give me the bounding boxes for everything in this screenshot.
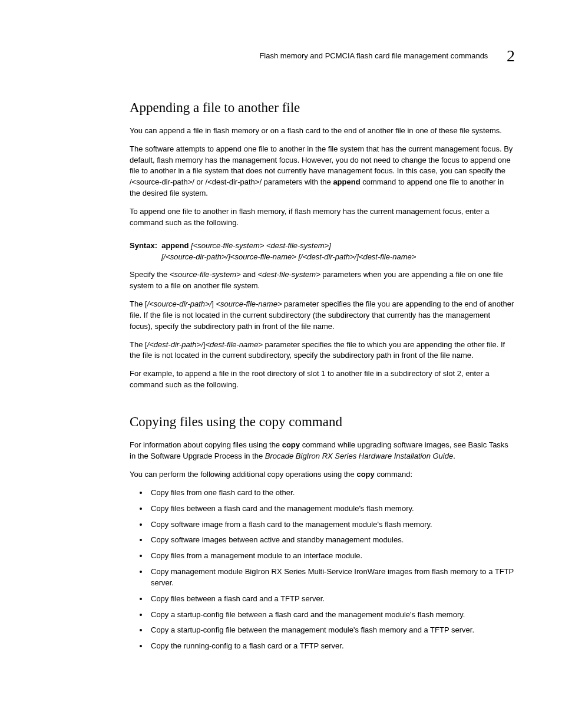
list-item: Copy a startup-config file between the m… (148, 625, 515, 636)
param: /<dest-dir-path>/ (147, 340, 203, 349)
list-item: Copy the running-config to a flash card … (148, 641, 515, 652)
list-item: Copy software images between active and … (148, 535, 515, 546)
text-run: command: (375, 470, 412, 479)
section-heading-copy: Copying files using the copy command (130, 412, 515, 431)
syntax-line: Syntax: append [<source-file-system> <de… (130, 241, 515, 252)
text-run: You can perform the following additional… (130, 470, 356, 479)
text-run: . (453, 452, 455, 460)
text-run: Specify the (130, 270, 170, 279)
syntax-label: Syntax: (130, 241, 157, 250)
list-item: Copy files between a flash card and the … (148, 503, 515, 515)
body-text: The [/<source-dir-path>/] <source-file-n… (130, 299, 515, 332)
page: Flash memory and PCMCIA flash card file … (0, 0, 562, 728)
syntax-line: [/<source-dir-path>/]<source-file-name> … (130, 252, 515, 263)
body-text: For information about copying files usin… (130, 440, 515, 462)
syntax-args: [<source-file-system> <dest-file-system>… (189, 241, 330, 250)
command-name: copy (356, 470, 374, 479)
body-text: To append one file to another in flash m… (130, 206, 515, 229)
body-text: You can perform the following additional… (130, 469, 515, 480)
chapter-number: 2 (507, 47, 515, 65)
bullet-list: Copy files from one flash card to the ot… (130, 487, 515, 652)
list-item: Copy a startup-config file between a fla… (148, 610, 515, 621)
param: <dest-file-system> (258, 270, 320, 279)
syntax-block: Syntax: append [<source-file-system> <de… (130, 241, 515, 263)
body-text: For example, to append a file in the roo… (130, 368, 515, 391)
param: <dest-file-name> (205, 340, 263, 349)
running-header: Flash memory and PCMCIA flash card file … (130, 44, 515, 68)
param: <source-file-name> (216, 299, 282, 308)
running-header-title: Flash memory and PCMCIA flash card file … (259, 51, 488, 60)
param: /<source-dir-path>/ (147, 299, 212, 308)
list-item: Copy management module BigIron RX Series… (148, 566, 515, 589)
body-text: You can append a file in flash memory or… (130, 126, 515, 137)
syntax-command: append (161, 241, 189, 250)
text-run: and (241, 270, 258, 279)
list-item: Copy files from one flash card to the ot… (148, 487, 515, 499)
text-run: For information about copying files usin… (130, 440, 282, 449)
command-name: copy (282, 440, 300, 449)
section-heading-append: Appending a file to another file (130, 98, 515, 117)
command-name: append (333, 177, 360, 186)
list-item: Copy software image from a flash card to… (148, 519, 515, 531)
list-item: Copy files from a management module to a… (148, 551, 515, 562)
param: <source-file-system> (170, 270, 241, 279)
body-text: The [/<dest-dir-path>/]<dest-file-name> … (130, 340, 515, 362)
body-text: The software attempts to append one file… (130, 144, 515, 199)
list-item: Copy files between a flash card and a TF… (148, 594, 515, 605)
text-run: The [ (130, 340, 147, 349)
text-run: The [ (130, 299, 147, 308)
doc-title: Brocade BigIron RX Series Hardware Insta… (265, 452, 453, 460)
body-text: Specify the <source-file-system> and <de… (130, 269, 515, 292)
